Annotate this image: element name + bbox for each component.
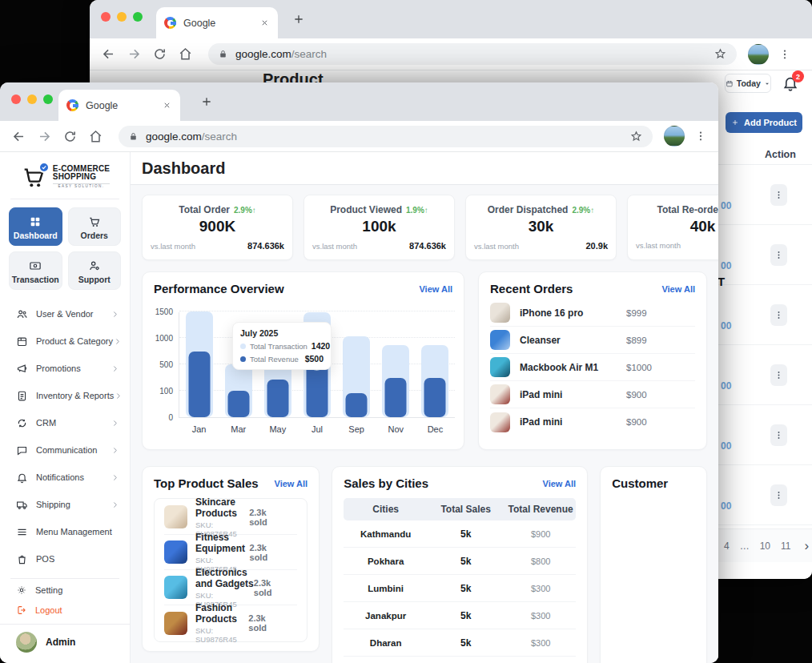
revenue-bar[interactable] xyxy=(424,378,446,418)
pagination-item[interactable]: › xyxy=(805,538,810,554)
front-browser-window: Google google.com/search xyxy=(0,82,718,663)
order-row[interactable]: Mackbook Air M1 $1000 xyxy=(490,354,695,381)
product-row[interactable]: Electronics and Gadgets SKU: SU9876R45 2… xyxy=(164,570,297,605)
chart-column[interactable]: Nov xyxy=(376,312,416,417)
bookmark-star-icon[interactable] xyxy=(714,47,727,61)
brand-logo: E-COMMERCE SHOPPING EASY SOLUTION. xyxy=(0,152,130,194)
revenue-legend-dot xyxy=(240,356,246,362)
zoom-window-button[interactable] xyxy=(43,94,53,104)
tab-close-icon[interactable] xyxy=(162,100,172,110)
view-all-link[interactable]: View All xyxy=(275,479,308,488)
admin-profile[interactable]: Admin xyxy=(0,624,130,653)
revenue-bar[interactable] xyxy=(227,391,249,417)
sidebar-menu-item[interactable]: Shipping xyxy=(0,491,130,518)
back-icon[interactable] xyxy=(101,46,116,62)
sidebar-menu-item[interactable]: Product & Category xyxy=(0,327,130,355)
address-bar[interactable]: google.com/search xyxy=(208,43,737,65)
pagination-item[interactable]: … xyxy=(740,540,750,552)
tab-close-icon[interactable] xyxy=(259,18,270,28)
browser-menu-icon[interactable] xyxy=(778,48,791,61)
forward-icon[interactable] xyxy=(37,129,52,144)
sidebar-menu-item[interactable]: Menu Management xyxy=(0,518,130,545)
stat-cards: Total Order 2.9%↑ 900K vs.last month 874… xyxy=(142,195,707,260)
minimize-window-button[interactable] xyxy=(117,12,127,22)
home-icon[interactable] xyxy=(88,129,103,144)
quick-nav-button[interactable]: Transaction xyxy=(9,251,62,290)
profile-avatar[interactable] xyxy=(748,44,769,65)
column-header: Total Sales xyxy=(428,504,504,515)
order-row[interactable]: Cleanser $899 xyxy=(490,327,695,354)
sidebar-menu-item[interactable]: Communication xyxy=(0,436,130,464)
close-window-button[interactable] xyxy=(11,94,21,104)
row-actions-button[interactable] xyxy=(770,364,787,386)
reload-icon[interactable] xyxy=(152,46,167,62)
product-row[interactable]: Skincare Products SKU: SU9876R45 2.3k so… xyxy=(164,500,297,535)
url-text: google.com/search xyxy=(235,48,327,60)
sidebar-menu-item[interactable]: Promotions xyxy=(0,355,130,382)
chart-column[interactable]: Dec xyxy=(416,312,455,417)
revenue-bar[interactable] xyxy=(346,393,368,417)
row-actions-button[interactable] xyxy=(770,424,787,446)
forward-icon[interactable] xyxy=(127,46,142,62)
zoom-window-button[interactable] xyxy=(133,12,143,22)
today-filter-button[interactable]: Today xyxy=(725,74,771,93)
product-sold-count: 2.3k sold xyxy=(249,508,273,527)
close-window-button[interactable] xyxy=(101,12,111,22)
revenue-bar[interactable] xyxy=(188,352,210,417)
quick-nav-button[interactable]: Dashboard xyxy=(9,207,62,246)
sidebar-menu-item[interactable]: Inventory & Reports xyxy=(0,382,130,409)
order-row[interactable]: iPad mini $900 xyxy=(490,408,695,436)
order-product-name: Mackbook Air M1 xyxy=(520,362,626,373)
window-controls xyxy=(101,12,143,22)
city-total-sales: 5k xyxy=(428,583,504,594)
row-actions-button[interactable] xyxy=(770,304,787,326)
chart-column[interactable]: Sep xyxy=(337,312,376,417)
city-total-sales: 5k xyxy=(428,528,504,540)
browser-tab[interactable]: Google xyxy=(58,90,180,121)
back-icon[interactable] xyxy=(11,129,26,144)
address-bar[interactable]: google.com/search xyxy=(119,126,653,147)
sidebar-menu-item[interactable]: POS xyxy=(0,545,130,573)
bookmark-star-icon[interactable] xyxy=(629,130,643,143)
action-column-header: Action xyxy=(765,149,796,160)
sidebar-menu-item[interactable]: User & Vendor xyxy=(0,300,130,327)
home-icon[interactable] xyxy=(178,46,193,62)
revenue-bar[interactable] xyxy=(385,378,407,418)
product-row[interactable]: Fashion Products SKU: SU9876R45 2.3k sol… xyxy=(164,605,297,641)
row-actions-button[interactable] xyxy=(770,184,787,206)
new-tab-button[interactable] xyxy=(292,13,305,26)
sidebar-item-setting[interactable]: Setting xyxy=(0,581,130,599)
quick-nav-button[interactable]: Orders xyxy=(68,207,122,246)
chart-column[interactable]: Jan xyxy=(179,312,219,417)
profile-avatar[interactable] xyxy=(664,126,685,147)
sidebar-menu-item[interactable]: Notifications xyxy=(0,464,130,491)
pagination-item[interactable]: 11 xyxy=(781,540,790,552)
stat-card: Total Order 2.9%↑ 900K vs.last month 874… xyxy=(142,195,293,260)
browser-menu-icon[interactable] xyxy=(694,130,707,143)
pagination-item[interactable]: 4 xyxy=(724,540,730,552)
quick-nav-button[interactable]: Support xyxy=(68,251,122,290)
sidebar-item-logout[interactable]: Logout xyxy=(0,601,130,619)
revenue-bar[interactable] xyxy=(267,380,288,417)
row-actions-button[interactable] xyxy=(770,484,787,506)
reload-icon[interactable] xyxy=(62,129,78,144)
quick-nav-icon xyxy=(29,215,42,228)
product-row[interactable]: Fitness Equipment SKU: SU9876R45 2.3k so… xyxy=(164,535,297,570)
view-all-link[interactable]: View All xyxy=(543,479,577,488)
minimize-window-button[interactable] xyxy=(27,94,37,104)
transaction-legend-dot xyxy=(240,344,246,349)
browser-tab[interactable]: Google xyxy=(156,7,278,38)
pagination-item[interactable]: 10 xyxy=(760,540,770,552)
new-tab-button[interactable] xyxy=(200,95,213,108)
sidebar-menu-item[interactable]: CRM xyxy=(0,409,130,436)
revenue-bar[interactable] xyxy=(306,364,328,417)
notification-bell-icon[interactable]: 2 xyxy=(782,74,799,92)
lock-icon xyxy=(218,49,228,59)
row-actions-button[interactable] xyxy=(770,244,787,266)
view-all-link[interactable]: View All xyxy=(661,284,695,294)
page-header: Dashboard xyxy=(131,152,718,185)
order-row[interactable]: iPad mini $900 xyxy=(490,381,695,408)
add-product-button[interactable]: Add Product xyxy=(726,112,802,133)
back-tab-strip: Google xyxy=(90,0,812,38)
order-row[interactable]: iPhone 16 pro $999 xyxy=(490,299,695,327)
